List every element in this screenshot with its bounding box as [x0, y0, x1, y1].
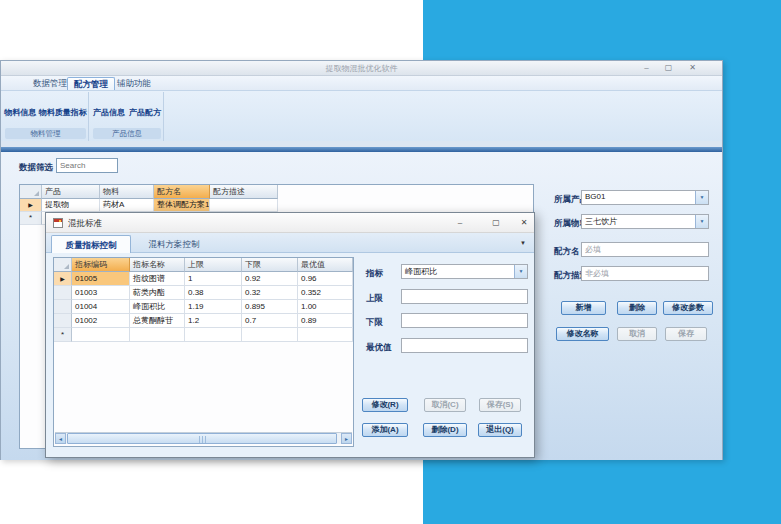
close-icon[interactable]: ✕: [683, 62, 702, 74]
optimal-value-label: 最优值: [366, 342, 392, 354]
cell-name[interactable]: 总黄酮醇苷: [130, 314, 185, 328]
cell-code[interactable]: 01002: [72, 314, 130, 328]
upper-limit-label: 上限: [366, 293, 383, 305]
tab-overflow-icon[interactable]: ▼: [520, 240, 526, 246]
new-row-icon: *: [20, 212, 42, 225]
filter-label: 数据筛选: [19, 162, 53, 174]
cell-recipe-name[interactable]: 整体调配方案1: [154, 199, 210, 212]
cell-lower[interactable]: 0.32: [242, 286, 298, 300]
material-info-button[interactable]: 物料信息: [3, 105, 37, 120]
optimal-value-field[interactable]: [401, 338, 528, 353]
ribbon-tab-recipe-management[interactable]: 配方管理: [67, 77, 115, 90]
scroll-right-icon[interactable]: ►: [341, 433, 352, 444]
table-row[interactable]: ▶ 01005 指纹图谱 1 0.92 0.96: [54, 272, 353, 286]
dialog-minimize-icon[interactable]: –: [450, 216, 470, 230]
chevron-down-icon[interactable]: ▼: [514, 265, 527, 278]
dialog-body: 指标编码 指标名称 上限 下限 最优值 ▶ 01005 指纹图谱 1 0.92 …: [46, 253, 534, 459]
cancel-button: 取消: [617, 327, 657, 341]
exit-button[interactable]: 退出(Q): [478, 423, 522, 437]
tab-quality-indicator-control[interactable]: 质量指标控制: [51, 235, 131, 253]
ribbon-content: 物料信息 物料质量指标 物料管理 产品信息 产品配方 产品信息: [1, 90, 722, 141]
column-header-product[interactable]: 产品: [42, 185, 100, 199]
column-header-indicator-code[interactable]: 指标编码: [72, 258, 130, 272]
cell-code[interactable]: 01004: [72, 300, 130, 314]
search-input[interactable]: [56, 158, 118, 173]
scroll-left-icon[interactable]: ◄: [55, 433, 66, 444]
dialog-close-icon[interactable]: ✕: [514, 216, 534, 230]
maximize-icon[interactable]: ▢: [659, 62, 678, 74]
cell-optimal[interactable]: 1.00: [298, 300, 353, 314]
select-all-header[interactable]: [54, 258, 72, 272]
new-row-icon: *: [54, 328, 72, 342]
lower-limit-label: 下限: [366, 317, 383, 329]
cell-upper[interactable]: 1: [185, 272, 242, 286]
cell-code[interactable]: 01005: [72, 272, 130, 286]
rename-button[interactable]: 修改名称: [556, 327, 609, 341]
cell-code[interactable]: 01003: [72, 286, 130, 300]
table-row[interactable]: 01002 总黄酮醇苷 1.2 0.7 0.89: [54, 314, 353, 328]
table-row[interactable]: 01004 峰面积比 1.19 0.895 1.00: [54, 300, 353, 314]
row-indicator: ▶: [54, 272, 72, 286]
lower-limit-field[interactable]: [401, 313, 528, 328]
horizontal-scrollbar[interactable]: ◄ ►: [55, 432, 352, 444]
column-header-recipe-desc[interactable]: 配方描述: [210, 185, 278, 199]
table-row[interactable]: 01003 萜类内酯 0.38 0.32 0.352: [54, 286, 353, 300]
cell-optimal[interactable]: 0.96: [298, 272, 353, 286]
indicator-combobox[interactable]: 峰面积比 ▼: [401, 264, 528, 279]
dialog-titlebar[interactable]: 混批标准 – ▢ ✕: [46, 213, 534, 233]
new-row[interactable]: *: [54, 328, 353, 342]
desktop: 提取物混批优化软件 – ▢ ✕ 数据管理 配方管理 辅助功能 物料信息 物料质量…: [0, 0, 781, 524]
dialog-title: 混批标准: [68, 218, 102, 230]
cell-material[interactable]: 药材A: [100, 199, 154, 212]
scrollbar-thumb[interactable]: [67, 433, 337, 444]
cell-name[interactable]: 峰面积比: [130, 300, 185, 314]
add-button[interactable]: 添加(A): [362, 423, 408, 437]
cell-upper[interactable]: 0.38: [185, 286, 242, 300]
cell-lower[interactable]: 0.92: [242, 272, 298, 286]
chevron-down-icon[interactable]: ▼: [695, 191, 708, 204]
ribbon-tab-auxiliary[interactable]: 辅助功能: [111, 77, 157, 90]
table-row[interactable]: ▶ 提取物 药材A 整体调配方案1: [20, 199, 533, 212]
select-all-header[interactable]: [20, 185, 42, 199]
product-recipe-button[interactable]: 产品配方: [128, 105, 162, 120]
cell-upper[interactable]: 1.19: [185, 300, 242, 314]
owning-product-combobox[interactable]: BG01 ▼: [581, 190, 709, 205]
modify-params-button[interactable]: 修改参数: [663, 301, 713, 315]
column-header-upper-limit[interactable]: 上限: [185, 258, 242, 272]
column-header-optimal[interactable]: 最优值: [298, 258, 353, 272]
owning-material-combobox[interactable]: 三七饮片 ▼: [581, 214, 709, 229]
delete-button[interactable]: 删除: [617, 301, 657, 315]
column-header-indicator-name[interactable]: 指标名称: [130, 258, 185, 272]
dialog-maximize-icon[interactable]: ▢: [486, 216, 506, 230]
mix-batch-standard-dialog: 混批标准 – ▢ ✕ 质量指标控制 混料方案控制 ▼ 指标编码 指标名称 上限 …: [45, 212, 535, 458]
column-header-recipe-name[interactable]: 配方名: [154, 185, 210, 199]
cell-name[interactable]: 指纹图谱: [130, 272, 185, 286]
cell-lower[interactable]: 0.7: [242, 314, 298, 328]
cell-optimal[interactable]: 0.352: [298, 286, 353, 300]
add-new-button[interactable]: 新增: [561, 301, 606, 315]
upper-limit-field[interactable]: [401, 289, 528, 304]
tab-mix-plan-control[interactable]: 混料方案控制: [134, 235, 214, 253]
scrollbar-grip: [199, 436, 206, 443]
product-info-button[interactable]: 产品信息: [92, 105, 126, 120]
window-titlebar[interactable]: 提取物混批优化软件 – ▢ ✕: [1, 61, 722, 76]
indicator-label: 指标: [366, 268, 383, 280]
current-row-icon: ▶: [60, 276, 65, 282]
column-header-lower-limit[interactable]: 下限: [242, 258, 298, 272]
recipe-desc-field[interactable]: [581, 266, 709, 281]
group-label-product: 产品信息: [93, 128, 161, 139]
minimize-icon[interactable]: –: [637, 62, 656, 74]
chevron-down-icon[interactable]: ▼: [695, 215, 708, 228]
material-quality-button[interactable]: 物料质量指标: [38, 105, 88, 120]
recipe-name-field[interactable]: [581, 242, 709, 257]
modify-button[interactable]: 修改(R): [362, 398, 408, 412]
ribbon-group-material: 物料信息 物料质量指标 物料管理: [3, 92, 89, 141]
cell-recipe-desc[interactable]: [210, 199, 278, 212]
cell-name[interactable]: 萜类内酯: [130, 286, 185, 300]
cell-upper[interactable]: 1.2: [185, 314, 242, 328]
cell-lower[interactable]: 0.895: [242, 300, 298, 314]
delete-button[interactable]: 删除(D): [423, 423, 467, 437]
cell-optimal[interactable]: 0.89: [298, 314, 353, 328]
cell-product[interactable]: 提取物: [42, 199, 100, 212]
column-header-material[interactable]: 物料: [100, 185, 154, 199]
